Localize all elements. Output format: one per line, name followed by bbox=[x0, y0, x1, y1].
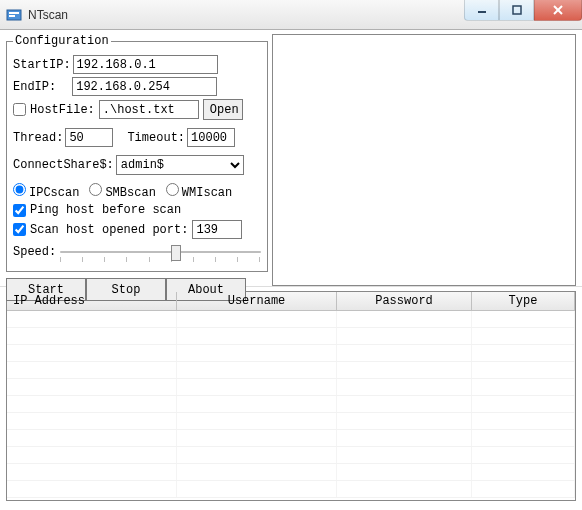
svg-rect-2 bbox=[9, 15, 15, 17]
open-button[interactable]: Open bbox=[203, 99, 243, 120]
hostfile-input[interactable] bbox=[99, 100, 199, 119]
configuration-group: Configuration StartIP: EndIP: HostFile: … bbox=[6, 34, 268, 272]
col-type[interactable]: Type bbox=[472, 292, 575, 310]
ping-checkbox[interactable] bbox=[13, 204, 26, 217]
list-row bbox=[7, 464, 575, 481]
endip-input[interactable] bbox=[72, 77, 217, 96]
wmiscan-radio[interactable] bbox=[166, 183, 179, 196]
list-row bbox=[7, 345, 575, 362]
connectshare-label: ConnectShare$: bbox=[13, 158, 114, 172]
col-ip[interactable]: IP Address bbox=[7, 292, 177, 310]
smbscan-label: SMBscan bbox=[105, 186, 155, 200]
list-row bbox=[7, 362, 575, 379]
results-listview[interactable]: IP Address Username Password Type bbox=[6, 291, 576, 501]
col-username[interactable]: Username bbox=[177, 292, 337, 310]
speed-slider[interactable] bbox=[60, 242, 261, 262]
smbscan-radio[interactable] bbox=[89, 183, 102, 196]
list-row bbox=[7, 396, 575, 413]
wmiscan-label: WMIscan bbox=[182, 186, 232, 200]
configuration-legend: Configuration bbox=[13, 34, 111, 48]
titlebar: NTscan bbox=[0, 0, 582, 30]
connectshare-select[interactable]: admin$ bbox=[116, 155, 244, 175]
speed-label: Speed: bbox=[13, 245, 56, 259]
list-row bbox=[7, 379, 575, 396]
list-row bbox=[7, 328, 575, 345]
ping-label: Ping host before scan bbox=[30, 203, 181, 217]
hostfile-checkbox[interactable] bbox=[13, 103, 26, 116]
maximize-button[interactable] bbox=[499, 0, 534, 21]
list-row bbox=[7, 311, 575, 328]
list-row bbox=[7, 413, 575, 430]
timeout-label: Timeout: bbox=[127, 131, 185, 145]
app-icon bbox=[6, 7, 22, 23]
svg-rect-4 bbox=[513, 6, 521, 14]
window-title: NTscan bbox=[28, 8, 68, 22]
minimize-button[interactable] bbox=[464, 0, 499, 21]
listview-body bbox=[7, 311, 575, 498]
endip-label: EndIP: bbox=[13, 80, 56, 94]
svg-rect-1 bbox=[9, 12, 19, 14]
col-password[interactable]: Password bbox=[337, 292, 472, 310]
left-pane: Configuration StartIP: EndIP: HostFile: … bbox=[0, 30, 272, 286]
output-pane bbox=[272, 34, 576, 286]
startip-label: StartIP: bbox=[13, 58, 71, 72]
list-row bbox=[7, 447, 575, 464]
startip-input[interactable] bbox=[73, 55, 218, 74]
list-row bbox=[7, 481, 575, 498]
thread-label: Thread: bbox=[13, 131, 63, 145]
close-button[interactable] bbox=[534, 0, 582, 21]
listview-header: IP Address Username Password Type bbox=[7, 292, 575, 311]
hostfile-label: HostFile: bbox=[30, 103, 95, 117]
port-input[interactable] bbox=[192, 220, 242, 239]
ipcscan-radio[interactable] bbox=[13, 183, 26, 196]
ipcscan-label: IPCscan bbox=[29, 186, 79, 200]
portscan-checkbox[interactable] bbox=[13, 223, 26, 236]
thread-input[interactable] bbox=[65, 128, 113, 147]
list-row bbox=[7, 430, 575, 447]
slider-thumb[interactable] bbox=[171, 245, 181, 261]
timeout-input[interactable] bbox=[187, 128, 235, 147]
portscan-label: Scan host opened port: bbox=[30, 223, 188, 237]
